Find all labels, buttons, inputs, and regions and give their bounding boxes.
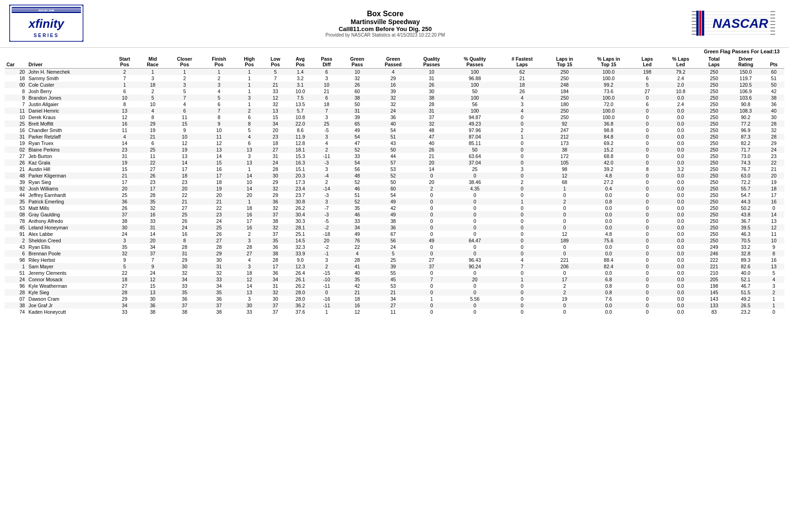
cell-17-9: 2 (313, 179, 341, 185)
cell-34-9: 0 (313, 289, 341, 296)
cell-25-1: Alex Labbe (27, 231, 111, 237)
cell-37-1: Kaden Honeycutt (27, 309, 111, 315)
cell-4-11: 32 (374, 95, 413, 101)
cell-33-17: 0 (633, 283, 662, 289)
cell-34-1: Kyle Sieg (27, 289, 111, 296)
cell-37-0: 74 (5, 309, 27, 315)
cell-3-9: 21 (313, 88, 341, 95)
cell-14-19: 250 (700, 159, 728, 166)
cell-33-2: 27 (111, 283, 139, 289)
cell-24-19: 250 (700, 224, 728, 231)
cell-18-16: 0.4 (584, 185, 633, 192)
cell-8-4: 15 (167, 120, 202, 127)
cell-36-8: 36.2 (288, 302, 313, 309)
cell-18-1: Josh Williams (27, 185, 111, 192)
cell-2-12: 26 (412, 82, 450, 88)
cell-0-21: 60 (763, 69, 784, 76)
cell-15-6: 1 (236, 166, 263, 172)
cell-17-11: 50 (374, 179, 413, 185)
cell-2-7: 21 (263, 82, 288, 88)
cell-18-8: 23.4 (288, 185, 313, 192)
cell-28-4: 31 (167, 250, 202, 257)
cell-30-0: 1 (5, 263, 27, 270)
cell-22-2: 37 (111, 211, 139, 218)
cell-15-14: 3 (499, 166, 545, 172)
cell-12-7: 27 (263, 146, 288, 153)
cell-26-15: 189 (545, 237, 584, 244)
cell-10-8: 11.9 (288, 133, 313, 140)
col-laps-top15: Laps inTop 15 (545, 55, 584, 69)
cell-10-0: 31 (5, 133, 27, 140)
cell-32-16: 6.8 (584, 276, 633, 283)
cell-21-18: 0.0 (661, 205, 700, 211)
table-container: Car Driver StartPos MidRace CloserPos Fi… (0, 55, 789, 320)
cell-12-20: 71.7 (728, 146, 764, 153)
cell-8-19: 250 (700, 120, 728, 127)
col-driver: Driver (27, 55, 111, 69)
cell-27-21: 9 (763, 244, 784, 250)
cell-25-4: 16 (167, 231, 202, 237)
cell-13-0: 27 (5, 153, 27, 159)
cell-16-20: 63.0 (728, 172, 764, 179)
cell-18-12: 2 (412, 185, 450, 192)
cell-21-1: Matt Mills (27, 205, 111, 211)
cell-8-13: 49.23 (451, 120, 499, 127)
cell-24-18: 0.0 (661, 224, 700, 231)
cell-24-7: 32 (263, 224, 288, 231)
cell-27-0: 43 (5, 244, 27, 250)
cell-32-3: 12 (139, 276, 167, 283)
cell-5-11: 32 (374, 101, 413, 108)
cell-2-0: 00 (5, 82, 27, 88)
cell-8-1: Brett Moffitt (27, 120, 111, 127)
cell-36-12: 0 (412, 302, 450, 309)
cell-22-0: 08 (5, 211, 27, 218)
cell-10-16: 84.8 (584, 133, 633, 140)
table-row: 11Daniel Hemric134672135.773124311004250… (5, 108, 784, 114)
cell-25-9: -18 (313, 231, 341, 237)
cell-30-18: 0.0 (661, 263, 700, 270)
col-start-pos: StartPos (111, 55, 139, 69)
table-row: 16Chandler Smith11199105208.6-549544897.… (5, 127, 784, 133)
cell-20-12: 0 (412, 198, 450, 205)
cell-23-1: Anthony Alfredo (27, 218, 111, 224)
cell-17-21: 19 (763, 179, 784, 185)
cell-31-14: 0 (499, 270, 545, 276)
cell-12-11: 50 (374, 146, 413, 153)
cell-17-17: 0 (633, 179, 662, 185)
cell-11-7: 18 (263, 140, 288, 146)
cell-0-1: John H. Nemechek (27, 69, 111, 76)
table-row: 38Joe Graf Jr34363737303736.2-1116270000… (5, 302, 784, 309)
table-row: 02Blaine Perkins23251913132718.125250265… (5, 146, 784, 153)
cell-16-18: 0.0 (661, 172, 700, 179)
cell-30-19: 221 (700, 263, 728, 270)
cell-15-16: 39.2 (584, 166, 633, 172)
cell-5-20: 90.8 (728, 101, 764, 108)
cell-5-18: 2.4 (661, 101, 700, 108)
cell-9-6: 5 (236, 127, 263, 133)
table-row: 9Brandon Jones105753127.5638323810042501… (5, 95, 784, 101)
cell-15-10: 56 (341, 166, 374, 172)
cell-29-0: 98 (5, 257, 27, 263)
cell-22-13: 0 (451, 211, 499, 218)
cell-0-0: 20 (5, 69, 27, 76)
cell-20-9: 3 (313, 198, 341, 205)
table-row: 27Jeb Burton3111131433115.3-1133442163.6… (5, 153, 784, 159)
cell-30-9: 2 (313, 263, 341, 270)
cell-16-14: 0 (499, 172, 545, 179)
cell-5-7: 32 (263, 101, 288, 108)
cell-37-19: 83 (700, 309, 728, 315)
cell-6-18: 0.0 (661, 108, 700, 114)
cell-17-13: 38.46 (451, 179, 499, 185)
cell-14-3: 22 (139, 159, 167, 166)
cell-2-15: 248 (545, 82, 584, 88)
cell-1-6: 1 (236, 75, 263, 82)
cell-20-0: 35 (5, 198, 27, 205)
cell-14-15: 105 (545, 159, 584, 166)
cell-31-3: 24 (139, 270, 167, 276)
cell-24-8: 28.1 (288, 224, 313, 231)
cell-2-3: 18 (139, 82, 167, 88)
cell-33-7: 31 (263, 283, 288, 289)
cell-36-6: 30 (236, 302, 263, 309)
cell-12-4: 19 (167, 146, 202, 153)
cell-2-21: 50 (763, 82, 784, 88)
